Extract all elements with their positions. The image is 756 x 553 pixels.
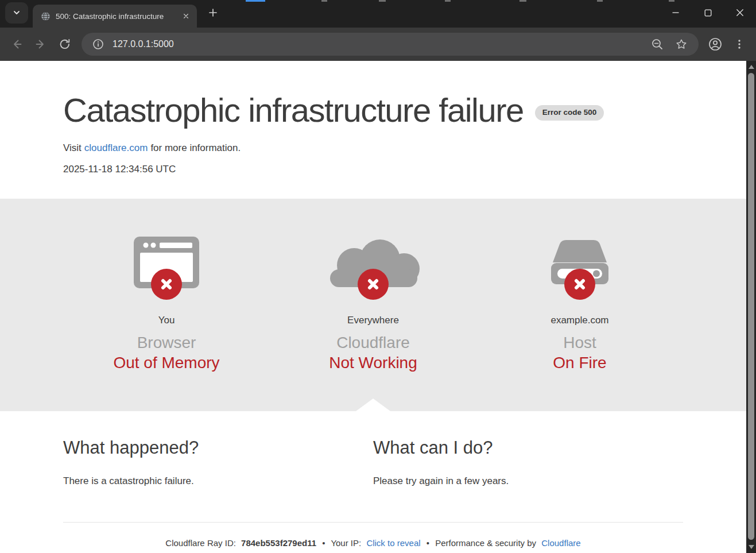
chevron-down-icon [12,8,21,17]
status-role: Host [476,334,683,352]
ray-id-value: 784eb553f279ed11 [241,538,316,548]
top-edge-artifacts [0,0,756,2]
credit-text: Performance & security by [435,538,536,548]
page-title: Catastrophic infrastructure failureError… [63,92,746,129]
status-text: Not Working [270,354,476,372]
arrow-left-icon [10,37,24,51]
section-body: Please try again in a few years. [373,475,683,487]
status-text: Out of Memory [63,354,270,372]
explanation-section: What happened? There is a catastrophic f… [63,411,683,497]
x-icon [573,277,587,291]
reload-button[interactable] [53,32,77,56]
maximize-button[interactable] [692,0,724,25]
visit-text: Visitcloudflare.comfor more information. [63,142,746,154]
status-band: You Browser Out of Memory [0,199,746,411]
status-text: On Fire [476,354,683,372]
menu-button[interactable] [727,32,751,56]
browser-tab[interactable]: 500: Catastrophic infrastructure [33,5,197,28]
triangle-up-icon [749,65,754,69]
minimize-icon [672,9,680,17]
ip-reveal-link[interactable]: Click to reveal [366,538,420,548]
profile-button[interactable] [703,32,727,56]
status-name: example.com [476,315,683,326]
section-heading: What happened? [63,438,373,458]
status-name: You [63,315,270,326]
url-bar[interactable]: 127.0.0.1:5000 [82,33,699,56]
error-x-badge [151,269,182,300]
browser-window: 500: Catastrophic infrastructure [0,0,756,553]
tab-title: 500: Catastrophic infrastructure [56,12,180,21]
tab-close-button[interactable] [180,10,192,22]
maximize-icon [704,9,712,17]
separator-dot: • [427,538,429,548]
close-window-button[interactable] [724,0,756,25]
triangle-down-icon [749,545,754,549]
status-column-host: example.com Host On Fire [476,235,683,372]
status-name: Everywhere [270,315,476,326]
minimize-button[interactable] [660,0,692,25]
forward-button[interactable] [29,32,53,56]
back-button[interactable] [5,32,29,56]
your-ip-label: Your IP: [331,538,361,548]
status-role: Browser [63,334,270,352]
scroll-up-button[interactable] [746,62,756,72]
cloudflare-footer-link[interactable]: Cloudflare [541,538,580,548]
status-column-cloudflare: Everywhere Cloudflare Not Working [270,235,476,372]
magnifier-minus-icon [651,38,664,51]
page-header: Catastrophic infrastructure failureError… [0,61,746,199]
plus-icon [208,8,218,17]
status-column-browser: You Browser Out of Memory [63,235,270,372]
error-code-badge: Error code 500 [535,105,604,121]
close-icon [736,9,744,17]
window-controls [660,0,756,25]
error-x-badge [358,269,389,300]
band-notch [356,399,390,411]
info-icon [92,38,104,50]
new-tab-button[interactable] [203,2,223,23]
section-heading: What can I do? [373,438,683,458]
what-happened-column: What happened? There is a catastrophic f… [63,438,373,497]
tab-search-button[interactable] [5,2,28,24]
scrollbar[interactable] [746,61,756,553]
what-can-i-do-column: What can I do? Please try again in a few… [373,438,683,497]
error-page: Catastrophic infrastructure failureError… [0,61,746,553]
scroll-down-button[interactable] [746,542,756,552]
site-info-button[interactable] [88,34,108,54]
page-zoom-button[interactable] [647,34,668,55]
scroll-thumb[interactable] [748,73,754,540]
bookmark-button[interactable] [671,34,692,55]
x-icon [160,277,173,291]
arrow-right-icon [34,37,48,51]
page-footer: Cloudflare Ray ID: 784eb553f279ed11 • Yo… [0,538,746,548]
reload-icon [58,37,72,51]
kebab-menu-icon [734,38,745,50]
close-icon [183,13,189,20]
browser-toolbar: 127.0.0.1:5000 [0,28,756,61]
separator-dot: • [322,538,325,548]
star-icon [675,38,688,51]
url-text[interactable]: 127.0.0.1:5000 [113,39,647,49]
tab-strip: 500: Catastrophic infrastructure [0,0,756,28]
cloudflare-link[interactable]: cloudflare.com [84,142,148,153]
footer-divider [63,522,683,523]
ray-id-label: Cloudflare Ray ID: [165,538,236,548]
section-body: There is a catastrophic failure. [63,475,373,487]
globe-favicon-icon [41,11,51,21]
status-role: Cloudflare [270,334,476,352]
user-avatar-icon [708,37,723,52]
error-x-badge [564,269,595,300]
timestamp: 2025-11-18 12:34:56 UTC [63,164,746,175]
x-icon [366,277,380,291]
